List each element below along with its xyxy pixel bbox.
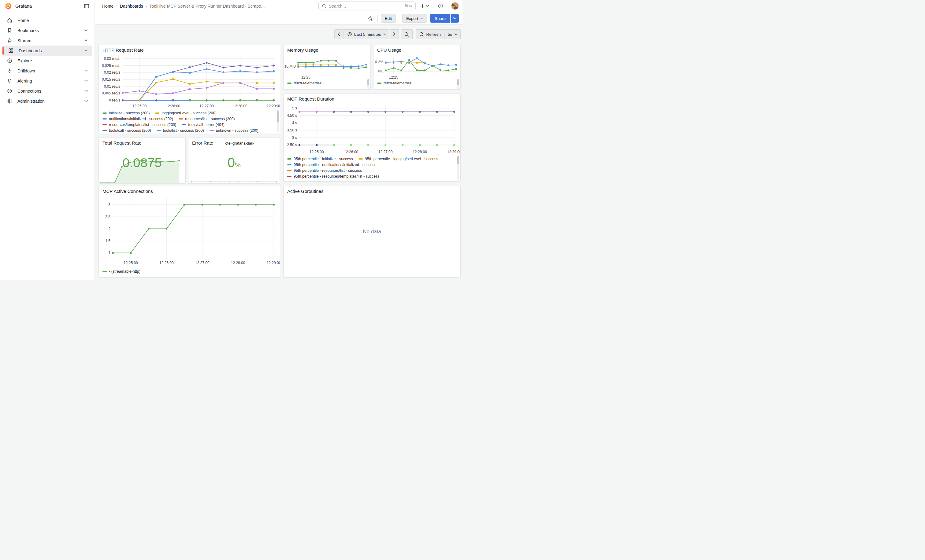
cpu-usage-chart[interactable]: 0.2%0%12:25: [374, 53, 460, 80]
legend-item[interactable]: initialize - success (200): [102, 111, 149, 115]
legend-item[interactable]: unknown - success (200): [209, 128, 259, 133]
legend-label: logging/setLevel - success (200): [161, 111, 216, 115]
time-shift-forward-button[interactable]: [390, 29, 399, 39]
mcp-active-connections-chart[interactable]: 11.522.5312:25:0012:26:0012:27:0012:28:0…: [99, 195, 280, 267]
edit-button[interactable]: Edit: [381, 14, 396, 23]
panel-error-rate: Error Rate otel-grafana-dark 0%: [188, 138, 280, 184]
legend-item[interactable]: tools/call - error (404): [182, 123, 224, 127]
panel-title[interactable]: MCP Active Connections: [99, 186, 280, 194]
grafana-logo[interactable]: [4, 2, 12, 10]
legend-item[interactable]: resources/list - success (200): [179, 117, 235, 121]
sidebar-item-starred[interactable]: Starred: [3, 36, 92, 45]
chevron-down-icon[interactable]: [84, 90, 88, 92]
search-input[interactable]: [329, 4, 402, 9]
legend-item[interactable]: 95th percentile - notifications/initiali…: [287, 163, 376, 167]
add-new-button[interactable]: [419, 3, 430, 10]
breadcrumb-separator: ›: [116, 4, 118, 9]
star-dashboard-button[interactable]: [366, 14, 374, 23]
gear-icon: [6, 98, 12, 104]
time-range-picker[interactable]: Last 5 minutes: [344, 29, 390, 39]
svg-text:12:29:00: 12:29:00: [267, 261, 280, 265]
cpu-legend: fetch-telemetry-0: [377, 81, 455, 89]
search-box[interactable]: ⌘+k: [318, 2, 416, 11]
legend-scrollbar-thumb[interactable]: [368, 79, 369, 85]
time-controls: Last 5 minutes Refresh 5s: [334, 29, 461, 39]
panel-left-icon[interactable]: [82, 2, 91, 11]
legend-item[interactable]: tools/list - success (200): [157, 128, 204, 133]
legend-item[interactable]: 95th percentile - resources/templates/li…: [287, 174, 380, 179]
legend-label: tools/call - success (200): [109, 128, 151, 133]
search-icon: [322, 4, 326, 8]
chevron-down-icon: [454, 33, 457, 36]
sidebar-item-dashboards[interactable]: Dashboards: [3, 45, 92, 56]
refresh-button[interactable]: Refresh: [416, 29, 444, 39]
dashboard-actionbar: Edit Export Share: [95, 12, 462, 25]
svg-text:12:28:00: 12:28:00: [231, 261, 245, 265]
time-shift-back-button[interactable]: [334, 29, 343, 39]
chevron-down-icon[interactable]: [84, 80, 88, 82]
panel-title[interactable]: MCP Request Duration: [283, 94, 460, 102]
legend-scrollbar-thumb[interactable]: [457, 79, 459, 85]
legend-color-swatch: [179, 118, 183, 120]
breadcrumb-home[interactable]: Home: [102, 4, 113, 9]
sidebar-item-connections[interactable]: Connections: [3, 86, 92, 96]
bookmark-icon: [6, 27, 12, 33]
sidebar-item-label: Alerting: [17, 78, 84, 83]
legend-color-swatch: [102, 130, 107, 131]
legend-item[interactable]: 95th percentile - resources/list - succe…: [287, 168, 362, 173]
svg-text:0.015 req/s: 0.015 req/s: [102, 77, 120, 82]
chevron-down-icon[interactable]: [84, 39, 88, 42]
chevron-down-icon[interactable]: [84, 29, 88, 32]
legend-item[interactable]: logging/setLevel - success (200): [155, 111, 216, 115]
chevron-down-icon[interactable]: [84, 70, 88, 72]
export-button[interactable]: Export: [402, 14, 427, 23]
panel-title[interactable]: CPU Usage: [374, 45, 460, 53]
http-request-rate-chart[interactable]: 0 req/s0.005 req/s0.01 req/s0.015 req/s0…: [99, 54, 280, 109]
legend-item[interactable]: 95th percentile - logging/setLevel - suc…: [359, 157, 438, 161]
svg-text:12:27:00: 12:27:00: [199, 104, 214, 108]
panel-title[interactable]: HTTP Request Rate: [99, 45, 280, 53]
chevron-down-icon[interactable]: [84, 50, 88, 52]
svg-text:12:29:00: 12:29:00: [267, 104, 280, 108]
chevron-down-icon[interactable]: [84, 100, 88, 102]
share-button[interactable]: Share: [430, 14, 450, 23]
legend-item[interactable]: fetch-telemetry-0: [377, 81, 412, 85]
legend-label: fetch-telemetry-0: [384, 81, 412, 85]
svg-text:2.5: 2.5: [105, 215, 110, 219]
svg-text:3.50 s: 3.50 s: [287, 128, 297, 132]
panel-title[interactable]: Memory Usage: [283, 45, 371, 53]
mcp-request-duration-chart[interactable]: 5 s4.50 s4 s3.50 s3 s2.50 s12:25:0012:26…: [283, 103, 460, 156]
sidebar-item-home[interactable]: Home: [3, 15, 92, 26]
legend-item[interactable]: tools/call - success (200): [102, 128, 151, 133]
legend-item[interactable]: - (streamable-http): [102, 269, 140, 273]
sidebar-item-bookmarks[interactable]: Bookmarks: [3, 26, 92, 36]
refresh-interval-label: 5s: [448, 32, 452, 37]
sidebar-item-alerting[interactable]: Alerting: [3, 76, 92, 86]
legend-color-swatch: [102, 124, 107, 126]
legend-item[interactable]: resources/templates/list - success (200): [102, 123, 176, 127]
refresh-interval-picker[interactable]: 5s: [444, 29, 461, 39]
legend-label: 95th percentile - logging/setLevel - suc…: [365, 157, 438, 161]
legend-scrollbar-thumb[interactable]: [277, 110, 279, 123]
legend-item[interactable]: 95th percentile - initialize - success: [287, 157, 353, 161]
legend-item[interactable]: fetch-telemetry-0: [287, 81, 322, 85]
error-rate-sparkline[interactable]: [191, 179, 277, 183]
help-icon[interactable]: ?: [437, 2, 445, 10]
sidebar-item-drilldown[interactable]: Drilldown: [3, 66, 92, 76]
share-menu-button[interactable]: [450, 14, 459, 23]
legend-color-swatch: [102, 118, 107, 120]
sidebar-item-explore[interactable]: Explore: [3, 56, 92, 66]
zoom-out-icon[interactable]: [401, 29, 413, 39]
legend-scrollbar-thumb[interactable]: [457, 156, 459, 164]
user-avatar[interactable]: [451, 2, 459, 10]
svg-text:2.50 s: 2.50 s: [287, 143, 297, 147]
memory-usage-chart[interactable]: 16 MiB12:25: [283, 53, 371, 80]
panel-title[interactable]: Total Request Rate: [99, 138, 185, 146]
home-icon: [6, 17, 12, 23]
svg-text:?: ?: [440, 5, 441, 8]
legend-item[interactable]: notifications/initialized - success (202…: [102, 117, 173, 121]
sidebar-item-administration[interactable]: Administration: [3, 96, 92, 106]
nav-right: ⌘+k ?: [318, 2, 462, 11]
breadcrumb-dashboards[interactable]: Dashboards: [120, 4, 143, 9]
legend-color-swatch: [287, 164, 292, 166]
